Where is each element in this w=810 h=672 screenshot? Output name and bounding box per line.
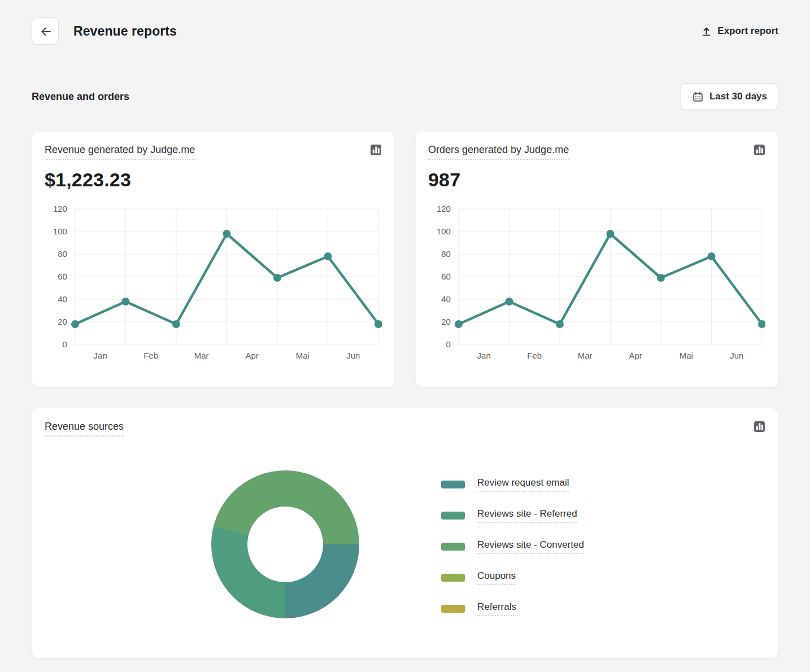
revenue-sources-body: Review request email Reviews site - Refe… [45, 470, 765, 632]
bar-chart-icon [754, 144, 765, 156]
revenue-sources-title[interactable]: Revenue sources [45, 421, 124, 437]
legend-swatch [441, 512, 465, 520]
revenue-reports-page: Revenue reports Export report Revenue an… [0, 0, 810, 672]
y-tick-label: 20 [58, 317, 67, 326]
data-point [657, 274, 665, 282]
data-point [505, 298, 513, 306]
data-point [121, 298, 129, 306]
x-tick-label: Jan [477, 351, 491, 360]
x-tick-label: Jun [730, 351, 743, 360]
legend-label: Reviews site - Converted [477, 539, 584, 554]
revenue-sources-card: Revenue sources Review request email [32, 408, 778, 658]
legend-item-coupons[interactable]: Coupons [441, 570, 584, 585]
revenue-sources-donut-chart [211, 470, 359, 618]
y-tick-label: 100 [53, 226, 67, 236]
y-tick-label: 60 [441, 272, 451, 281]
bar-chart-icon [754, 421, 765, 433]
x-tick-label: Apr [246, 351, 259, 360]
metric-cards-row: Revenue generated by Judge.me $1,223.23 … [32, 131, 778, 387]
revenue-card: Revenue generated by Judge.me $1,223.23 … [32, 131, 395, 387]
x-tick-label: Mai [680, 351, 693, 360]
orders-value: 987 [428, 169, 765, 191]
legend-label: Review request email [477, 477, 569, 492]
legend-item-reviews-site-converted[interactable]: Reviews site - Converted [441, 539, 584, 554]
data-point [606, 230, 614, 238]
orders-card-title[interactable]: Orders generated by Judge.me [428, 144, 569, 160]
x-tick-label: Feb [527, 351, 542, 360]
y-tick-label: 20 [441, 317, 451, 326]
revenue-line-chart: 020406080100120JanFebMarAprMaiJun [45, 202, 382, 364]
orders-card: Orders generated by Judge.me 987 0204060… [415, 131, 778, 387]
orders-line-chart: 020406080100120JanFebMarAprMaiJun [428, 202, 765, 364]
x-tick-label: Mar [194, 351, 209, 360]
legend-swatch [441, 543, 465, 551]
legend-swatch [441, 574, 465, 582]
bar-chart-icon [370, 144, 382, 156]
date-range-label: Last 30 days [709, 91, 767, 102]
legend-item-referrals[interactable]: Referrals [441, 601, 584, 616]
revenue-card-title[interactable]: Revenue generated by Judge.me [45, 144, 195, 160]
section-title: Revenue and orders [32, 91, 129, 103]
x-tick-label: Jun [346, 351, 360, 360]
y-tick-label: 40 [441, 294, 451, 304]
y-tick-label: 80 [58, 249, 67, 259]
y-tick-label: 80 [441, 249, 451, 259]
data-point [708, 252, 716, 260]
legend-label: Reviews site - Referred [477, 508, 577, 523]
revenue-value: $1,223.23 [45, 169, 382, 191]
y-tick-label: 100 [437, 226, 451, 236]
export-report-button[interactable]: Export report [700, 25, 778, 37]
legend-label: Coupons [477, 570, 516, 585]
back-button[interactable] [32, 18, 59, 45]
data-point [71, 320, 79, 328]
calendar-icon [692, 91, 704, 103]
revenue-sources-legend: Review request email Reviews site - Refe… [441, 470, 584, 632]
section-toolbar: Revenue and orders Last 30 days [32, 83, 778, 110]
data-point [556, 320, 564, 328]
data-point [455, 320, 463, 328]
data-point [172, 320, 180, 328]
x-tick-label: Apr [629, 351, 642, 360]
data-point [273, 274, 281, 282]
legend-swatch [441, 605, 465, 613]
legend-item-review-request-email[interactable]: Review request email [441, 477, 584, 492]
y-tick-label: 0 [446, 339, 451, 349]
legend-item-reviews-site-referred[interactable]: Reviews site - Referred [441, 508, 584, 523]
y-tick-label: 40 [58, 294, 67, 304]
legend-swatch [441, 481, 465, 488]
x-tick-label: Mai [296, 351, 310, 360]
y-tick-label: 120 [53, 204, 67, 213]
x-tick-label: Feb [143, 351, 158, 360]
legend-label: Referrals [477, 601, 516, 616]
arrow-left-icon [40, 25, 51, 37]
page-title: Revenue reports [73, 24, 177, 39]
data-point [223, 230, 230, 238]
x-tick-label: Mar [578, 351, 593, 360]
page-header: Revenue reports Export report [32, 18, 778, 45]
x-tick-label: Jan [94, 351, 107, 360]
donut-hole [247, 507, 323, 582]
date-range-button[interactable]: Last 30 days [681, 83, 778, 110]
y-tick-label: 60 [58, 272, 67, 281]
data-point [324, 252, 332, 260]
export-report-label: Export report [717, 25, 778, 37]
y-tick-label: 0 [63, 339, 67, 349]
upload-icon [700, 25, 712, 37]
y-tick-label: 120 [437, 204, 451, 213]
